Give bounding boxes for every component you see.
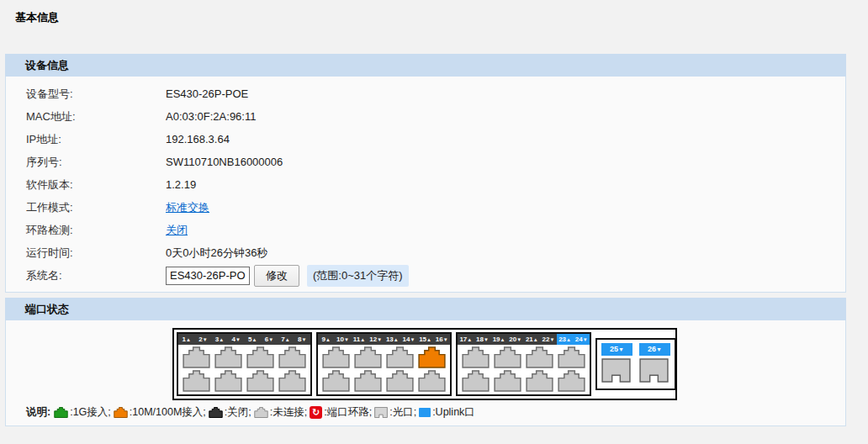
- firmware-label: 软件版本:: [26, 177, 166, 193]
- rj45-port-icon: [354, 346, 382, 368]
- arrow-down-icon: ▼: [203, 337, 208, 342]
- serial-label: 序列号:: [26, 155, 166, 170]
- rj45-port-icon: [322, 370, 350, 392]
- port-number-label: 20▼: [507, 334, 524, 345]
- port-group-ports: [458, 345, 590, 394]
- port-number-label: 21▲: [524, 334, 541, 345]
- rj45-port-icon: [246, 370, 274, 392]
- rj45-port-icon: [322, 346, 350, 368]
- arrow-down-icon: ▼: [443, 337, 448, 342]
- port-number-label: 2▼: [195, 334, 212, 345]
- row-model: 设备型号: ES430-26P-POE: [6, 82, 845, 105]
- sysname-input[interactable]: [166, 267, 250, 285]
- legend-item-label: :Uplink口: [432, 405, 475, 420]
- arrow-down-icon: ▼: [377, 337, 382, 342]
- arrow-down-icon: ▼: [583, 337, 588, 342]
- rj45-port-icon: [418, 370, 446, 392]
- device-info-header: 设备信息: [5, 54, 846, 77]
- sfp-port-column: 25▼: [601, 343, 632, 385]
- port-group-header: 1▲2▼3▲4▼5▲6▼7▲8▼: [178, 334, 310, 345]
- port-group: 1▲2▼3▲4▼5▲6▼7▲8▼: [177, 332, 312, 396]
- port-number-label: 3▲: [211, 334, 228, 345]
- arrow-down-icon: ▼: [410, 337, 415, 342]
- legend-item: :1G接入;: [54, 405, 111, 420]
- port-status-body: 1▲2▼3▲4▼5▲6▼7▲8▼9▲10▼11▲12▼13▲14▼15▲16▼1…: [5, 320, 846, 426]
- sfp-port-icon: [601, 373, 631, 385]
- rj45-port-icon: [526, 370, 553, 392]
- port-number-label: 10▼: [335, 334, 352, 345]
- arrow-up-icon: ▲: [467, 337, 472, 342]
- legend-item-label: :端口环路;: [324, 405, 372, 420]
- row-firmware: 软件版本: 1.2.19: [6, 173, 845, 196]
- row-mac: MAC地址: A0:03:0F:2A:96:11: [6, 105, 845, 128]
- arrow-up-icon: ▲: [566, 337, 571, 342]
- arrow-down-icon: ▼: [268, 337, 273, 342]
- row-sysname: 系统名: 修改 (范围:0~31个字符): [6, 264, 845, 287]
- arrow-up-icon: ▲: [360, 337, 365, 342]
- loop-detect-link[interactable]: 关闭: [166, 223, 188, 238]
- arrow-up-icon: ▲: [533, 337, 538, 342]
- row-loop-detect: 环路检测: 关闭: [6, 219, 845, 241]
- rj45-port-icon: [462, 346, 490, 368]
- port-number-label: 4▼: [228, 334, 245, 345]
- model-value: ES430-26P-POE: [166, 87, 248, 100]
- sysname-range-hint: (范围:0~31个字符): [307, 265, 409, 287]
- port-number-label: 14▼: [400, 334, 417, 345]
- uptime-label: 运行时间:: [26, 246, 166, 261]
- rj45-port-icon: [418, 346, 446, 368]
- arrow-up-icon: ▲: [252, 337, 257, 342]
- arrow-down-icon: ▼: [236, 337, 241, 342]
- port-group-header: 9▲10▼11▲12▼13▲14▼15▲16▼: [318, 334, 450, 345]
- arrow-up-icon: ▲: [326, 337, 331, 342]
- sysname-label: 系统名:: [26, 268, 166, 283]
- rj45-green-port-icon: [54, 407, 68, 418]
- rj45-port-icon: [462, 370, 490, 392]
- mac-label: MAC地址:: [26, 109, 166, 124]
- modify-button[interactable]: 修改: [254, 265, 299, 287]
- rj45-port-icon: [183, 346, 210, 368]
- port-legend: 说明: :1G接入;:10M/100M接入;:关闭;:未连接;↻:端口环路;:光…: [26, 405, 845, 420]
- port-number-label: 9▲: [318, 334, 335, 345]
- sfp-port-group: 25▼26▼: [595, 338, 676, 390]
- legend-item-label: :未连接;: [270, 405, 307, 420]
- arrow-down-icon: ▼: [516, 337, 521, 342]
- legend-item-label: :光口;: [389, 405, 416, 420]
- arrow-up-icon: ▲: [394, 337, 399, 342]
- legend-item: :10M/100M接入;: [114, 405, 206, 420]
- rj45-port-icon: [214, 370, 242, 392]
- rj45-port-icon: [494, 346, 521, 368]
- arrow-down-icon: ▼: [549, 337, 554, 342]
- port-panel: 1▲2▼3▲4▼5▲6▼7▲8▼9▲10▼11▲12▼13▲14▼15▲16▼1…: [172, 328, 677, 400]
- legend-item: :关闭;: [209, 405, 251, 420]
- port-number-label: 24▼: [573, 334, 590, 345]
- uptime-value: 0天0小时26分钟36秒: [166, 246, 267, 261]
- rj45-port-icon: [386, 346, 414, 368]
- legend-item: ↻:端口环路;: [310, 405, 372, 420]
- port-number-label: 15▲: [417, 334, 434, 345]
- port-number-label: 12▼: [368, 334, 384, 345]
- arrow-up-icon: ▲: [426, 337, 431, 342]
- port-group: 17▲18▼19▲20▼21▲22▼23▲24▼: [456, 332, 591, 396]
- work-mode-label: 工作模式:: [26, 200, 166, 215]
- rj45-port-icon: [183, 370, 210, 392]
- device-info-section: 设备信息 设备型号: ES430-26P-POE MAC地址: A0:03:0F…: [5, 54, 846, 293]
- arrow-up-icon: ▲: [285, 337, 290, 342]
- rj45-port-icon: [494, 370, 521, 392]
- row-ip: IP地址: 192.168.3.64: [6, 128, 845, 151]
- fiber-port-icon: [374, 407, 388, 418]
- port-group-ports: [178, 345, 310, 394]
- legend-item: :未连接;: [254, 405, 307, 420]
- work-mode-link[interactable]: 标准交换: [166, 200, 209, 215]
- arrow-down-icon: ▼: [656, 346, 662, 352]
- arrow-down-icon: ▼: [484, 337, 489, 342]
- mac-value: A0:03:0F:2A:96:11: [166, 110, 256, 123]
- arrow-up-icon: ▲: [500, 337, 505, 342]
- port-number-label: 22▼: [540, 334, 557, 345]
- firmware-value: 1.2.19: [166, 178, 196, 191]
- sfp-port-column: 26▼: [639, 343, 670, 385]
- port-number-label: 8▼: [294, 334, 310, 345]
- port-loop-icon: ↻: [310, 406, 322, 419]
- rj45-port-icon: [558, 370, 585, 392]
- uplink-port-number-label: 26▼: [639, 343, 670, 356]
- port-number-label: 19▲: [490, 334, 507, 345]
